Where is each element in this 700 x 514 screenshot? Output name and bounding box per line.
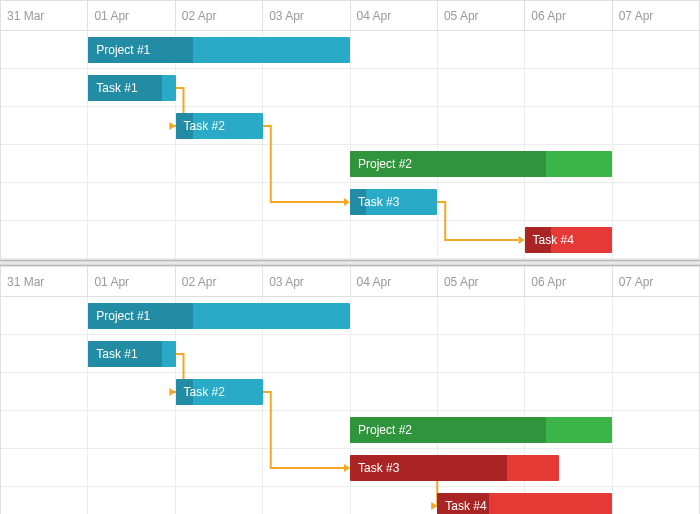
- date-header-cell: 04 Apr: [351, 1, 438, 30]
- gantt-bar-label: Project #1: [96, 309, 150, 323]
- date-header: 31 Mar01 Apr02 Apr03 Apr04 Apr05 Apr06 A…: [1, 1, 699, 31]
- gantt-bar[interactable]: Project #2: [350, 417, 612, 443]
- gantt-bar[interactable]: Project #2: [350, 151, 612, 177]
- gantt-panel: 31 Mar01 Apr02 Apr03 Apr04 Apr05 Apr06 A…: [0, 0, 700, 260]
- gantt-bar-label: Task #2: [184, 385, 225, 399]
- gantt-row: [1, 373, 699, 411]
- date-header-cell: 07 Apr: [613, 267, 699, 296]
- gantt-bar[interactable]: Task #3: [350, 455, 559, 481]
- date-header-cell: 04 Apr: [351, 267, 438, 296]
- date-header-cell: 03 Apr: [263, 267, 350, 296]
- date-header-cell: 05 Apr: [438, 267, 525, 296]
- date-header-cell: 05 Apr: [438, 1, 525, 30]
- gantt-bar-label: Task #3: [358, 461, 399, 475]
- date-header-cell: 06 Apr: [525, 267, 612, 296]
- date-header-cell: 31 Mar: [1, 1, 88, 30]
- gantt-grid: Project #1Task #1Task #2Project #2Task #…: [1, 31, 699, 259]
- date-header-cell: 01 Apr: [88, 267, 175, 296]
- gantt-bar[interactable]: Task #1: [88, 75, 175, 101]
- gantt-bar[interactable]: Project #1: [88, 37, 350, 63]
- gantt-bar-label: Task #1: [96, 347, 137, 361]
- gantt-bar[interactable]: Task #1: [88, 341, 175, 367]
- gantt-bar-label: Task #1: [96, 81, 137, 95]
- gantt-row: [1, 107, 699, 145]
- gantt-bar-label: Task #3: [358, 195, 399, 209]
- gantt-bar[interactable]: Task #2: [176, 379, 263, 405]
- gantt-bar-label: Task #4: [445, 499, 486, 513]
- date-header-cell: 01 Apr: [88, 1, 175, 30]
- date-header-cell: 03 Apr: [263, 1, 350, 30]
- gantt-bar[interactable]: Task #4: [437, 493, 612, 514]
- date-header-cell: 06 Apr: [525, 1, 612, 30]
- gantt-bar-label: Task #2: [184, 119, 225, 133]
- date-header: 31 Mar01 Apr02 Apr03 Apr04 Apr05 Apr06 A…: [1, 267, 699, 297]
- date-header-cell: 31 Mar: [1, 267, 88, 296]
- gantt-grid: Project #1Task #1Task #2Project #2Task #…: [1, 297, 699, 514]
- gantt-panel: 31 Mar01 Apr02 Apr03 Apr04 Apr05 Apr06 A…: [0, 266, 700, 514]
- gantt-bar-label: Project #2: [358, 157, 412, 171]
- gantt-bar[interactable]: Task #4: [525, 227, 612, 253]
- gantt-bar-label: Project #1: [96, 43, 150, 57]
- date-header-cell: 02 Apr: [176, 1, 263, 30]
- gantt-bar[interactable]: Task #3: [350, 189, 437, 215]
- date-header-cell: 07 Apr: [613, 1, 699, 30]
- gantt-bar[interactable]: Project #1: [88, 303, 350, 329]
- gantt-bar-label: Project #2: [358, 423, 412, 437]
- gantt-bar[interactable]: Task #2: [176, 113, 263, 139]
- gantt-bar-label: Task #4: [533, 233, 574, 247]
- date-header-cell: 02 Apr: [176, 267, 263, 296]
